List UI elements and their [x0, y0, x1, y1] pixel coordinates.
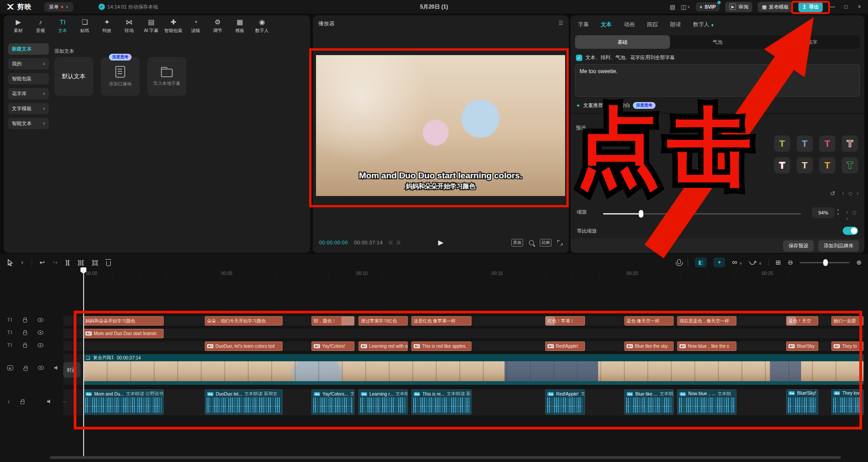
font-preset-tile[interactable]: T — [797, 157, 813, 173]
subtitle-clip-zh[interactable]: 朵朵，咱们今天开始学习颜色 — [205, 316, 283, 326]
lock-icon[interactable] — [23, 332, 27, 335]
style-subtab[interactable]: 花字 — [765, 35, 860, 49]
subtitle-clip-en[interactable]: A≡ They lo — [831, 341, 863, 351]
link-clips-button[interactable]: ∞ ∨ — [732, 258, 742, 266]
font-preset-tile[interactable]: T — [797, 135, 813, 152]
audio-clip[interactable]: Aa Mom and Du... 文本朗读 云野说书 — [83, 389, 164, 415]
sidebar-item[interactable]: 我的 ∨ — [8, 58, 49, 70]
font-preset-tile[interactable]: T — [819, 135, 835, 152]
inspector-tab[interactable]: 数字人 ♦ — [693, 21, 714, 28]
subtitle-clip-en[interactable]: A≡ DuoDuo, let's learn colors tod — [205, 341, 283, 351]
uniform-scale-toggle[interactable] — [843, 227, 858, 235]
default-text-card[interactable]: 默认文本 — [54, 57, 93, 96]
sidebar-item[interactable]: 花字库 ∨ — [8, 88, 49, 99]
add-script-card[interactable]: 深度思考 添加口播稿 — [101, 57, 140, 96]
scale-value-field[interactable]: 94% — [812, 207, 835, 218]
split-right-button[interactable]: ]¦[ — [92, 259, 98, 266]
subtitle-clip-en[interactable]: A≡ Learning red with ap — [359, 341, 408, 351]
media-tab[interactable]: ◔ 滤镜 — [184, 18, 207, 34]
media-tab[interactable]: ⋈ 转场 — [118, 18, 140, 34]
clip-fade-handle[interactable] — [341, 317, 354, 325]
reset-icon[interactable]: ↺ — [830, 190, 835, 197]
eye-icon[interactable] — [38, 331, 43, 335]
hamburger-icon[interactable]: ☰ — [558, 20, 563, 28]
export-button[interactable]: ↥ 导出 — [798, 2, 823, 12]
import-subtitle-card[interactable]: 导入本地字幕 — [147, 57, 186, 96]
timeline-ruler[interactable]: 00:0000:0500:1000:1500:2000:25 — [63, 271, 868, 278]
subtitle-clip-en[interactable]: A≡ Now blue，like the s — [677, 341, 736, 351]
media-tab[interactable]: TI 文本 — [52, 18, 74, 34]
select-mode-button[interactable]: ⤻ ∨ — [749, 258, 762, 266]
media-tab[interactable]: ▦ 模板 — [229, 18, 251, 34]
undo-button[interactable]: ↩ — [40, 259, 45, 266]
lock-icon[interactable] — [20, 401, 24, 404]
timeline-zoom-slider[interactable] — [800, 262, 849, 263]
font-preset-tile[interactable]: T — [842, 135, 858, 152]
subtitle-clip-zh[interactable]: 通过苹果学习红色 — [359, 316, 408, 326]
quality-button[interactable]: 原画 — [511, 239, 523, 247]
sidebar-item[interactable]: 文字模板 ∨ — [8, 103, 49, 114]
keyframe-controls[interactable]: ‹ ◇ › — [846, 209, 858, 222]
horizontal-scrollbar[interactable] — [50, 456, 841, 459]
lock-icon[interactable] — [24, 368, 28, 371]
inspector-tab[interactable]: 朗读 — [670, 21, 681, 28]
save-preset-button[interactable]: 保存预设 — [783, 240, 814, 252]
lock-icon[interactable] — [23, 319, 27, 322]
lock-icon[interactable] — [23, 345, 27, 348]
copy-recommend-row[interactable]: ✦ 文案推荐 旁白 深度思考 — [576, 102, 656, 109]
zoom-in-button[interactable]: ⊕ — [856, 259, 862, 266]
subtitle-clip-zh[interactable]: 这是红色 像苹果一样 — [411, 316, 472, 326]
media-tab[interactable]: ✦ 特效 — [96, 18, 118, 34]
sidebar-item[interactable]: 新建文本 — [8, 43, 49, 55]
audio-clip[interactable]: Aa Red!Apple! 文 — [545, 389, 585, 415]
media-tab[interactable]: ❏ 贴纸 — [74, 18, 96, 34]
review-button[interactable]: ▶ 审阅 — [725, 2, 752, 12]
apply-all-checkbox[interactable]: ✓ — [576, 55, 582, 61]
subtitle-clip-en[interactable]: A≡ This is red like apples. — [411, 341, 472, 351]
media-tab[interactable]: ⚙ 调节 — [207, 18, 229, 34]
media-tab[interactable]: ✚ 智能包装 — [162, 18, 184, 34]
sidebar-item[interactable]: 智能包装 — [8, 73, 49, 84]
play-button[interactable]: ▶ — [438, 238, 443, 247]
subtitle-clip-zh[interactable]: 现在是蓝色，像天空一样 — [677, 316, 736, 326]
audio-clip[interactable]: Aa Blue!Sky! — [786, 389, 818, 415]
scale-slider[interactable] — [603, 213, 801, 215]
zoom-out-button[interactable]: ⊖ — [788, 259, 793, 266]
speaker-icon[interactable] — [54, 366, 59, 370]
subtitle-clip-en[interactable]: A≡ Mom and Duo Duo start learnin — [83, 329, 164, 338]
more-options-icon[interactable]: ⋯ — [62, 399, 67, 405]
subtitle-clip-en[interactable]: A≡ Red!Apple! — [545, 341, 585, 351]
speaker-icon[interactable] — [47, 399, 52, 404]
layout-panel-icon[interactable]: ▤ — [670, 4, 675, 10]
media-tab[interactable]: ♪ 音频 — [29, 18, 52, 34]
chevron-down-icon[interactable]: ∨ — [21, 260, 24, 265]
publish-template-button[interactable]: ▦ 发布模板 — [758, 2, 793, 12]
slider-handle[interactable] — [639, 210, 643, 218]
inspector-tab[interactable]: 动画 — [624, 21, 635, 28]
redo-button[interactable]: ↪ — [52, 259, 58, 266]
font-preset-tile[interactable]: T — [842, 157, 858, 173]
close-button[interactable]: × — [855, 4, 863, 10]
eye-icon[interactable] — [38, 366, 44, 370]
audio-clip[interactable]: Aa Now blue，... 文本朗 — [677, 389, 736, 415]
font-preset-tile[interactable]: T — [819, 157, 835, 173]
select-tool-button[interactable] — [7, 259, 13, 266]
subtitle-clip-zh[interactable]: 妈妈和朵朵开始学习颜色 — [83, 316, 164, 326]
subtitle-clip-en[interactable]: A≡ Blue like the sky. — [624, 341, 674, 351]
split-left-button[interactable]: ]|[ — [78, 259, 84, 266]
subtitle-clip-zh[interactable]: 红色！苹果！ — [545, 316, 585, 326]
subtitle-clip-zh[interactable]: 她们一起爱 — [831, 316, 863, 326]
audio-clip[interactable]: Aa This is re... 文本朗读 新 — [411, 389, 472, 415]
ratio-button[interactable]: 比例 — [540, 239, 552, 247]
auto-snap-toggle[interactable]: ✦ — [713, 257, 725, 267]
audio-clip[interactable]: Aa DuoDuo let... 文本朗读 新闻女 — [205, 389, 283, 415]
scale-stepper[interactable]: ▴▾ — [837, 207, 839, 216]
font-preset-tile[interactable]: T — [774, 135, 790, 152]
layout-split-icon[interactable]: ◫ ∨ — [681, 4, 690, 10]
svip-button[interactable]: ♦ SVIP — [696, 2, 720, 11]
magnifier-icon[interactable] — [529, 240, 534, 245]
maximize-button[interactable]: □ — [842, 4, 850, 10]
audio-clip[interactable]: Aa Blue like ... 文本朗 — [624, 389, 674, 415]
audio-clip[interactable]: Aa Learning r... 文本朗 — [359, 389, 408, 415]
subtitle-clip-zh[interactable]: 耶，颜色！ — [311, 316, 354, 326]
